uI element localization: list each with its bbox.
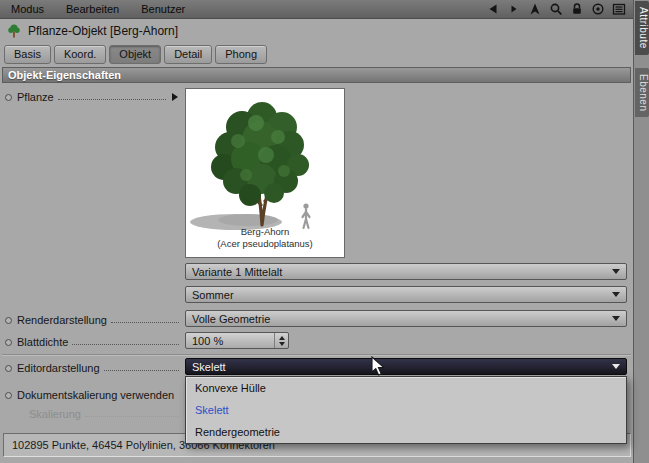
blattdichte-value: 100 % xyxy=(192,335,223,347)
menu-item-skelett[interactable]: Skelett xyxy=(186,399,626,421)
menu-benutzer[interactable]: Benutzer xyxy=(130,3,196,15)
dotted-leader xyxy=(85,416,178,417)
stepper-arrows-icon[interactable] xyxy=(274,333,288,348)
tab-objekt[interactable]: Objekt xyxy=(109,45,161,64)
editordarstellung-row: Editordarstellung xyxy=(5,362,182,374)
renderdarstellung-dropdown[interactable]: Volle Geometrie xyxy=(185,310,627,327)
dokumentskalierung-label: Dokumentskalierung verwenden xyxy=(17,389,174,401)
plant-preview-thumbnail[interactable]: Berg-Ahorn (Acer pseudoplatanus) xyxy=(185,88,345,258)
section-header[interactable]: Objekt-Eigenschaften xyxy=(2,67,631,83)
menu-modus[interactable]: Modus xyxy=(0,3,55,15)
expand-arrow-icon[interactable] xyxy=(172,93,178,101)
menu-bearbeiten[interactable]: Bearbeiten xyxy=(55,3,130,15)
editordarstellung-value: Skelett xyxy=(192,361,226,373)
tab-detail[interactable]: Detail xyxy=(164,45,212,64)
keyframe-dot[interactable] xyxy=(5,94,12,101)
skalierung-row-disabled: Skalierung xyxy=(29,408,181,420)
dotted-leader xyxy=(58,99,166,100)
jahreszeit-value: Sommer xyxy=(192,289,234,301)
pflanze-label: Pflanze xyxy=(17,91,54,103)
side-tab-attribute[interactable]: Attribute xyxy=(635,1,649,55)
chevron-down-icon xyxy=(612,269,620,274)
renderdarstellung-value: Volle Geometrie xyxy=(192,313,270,325)
lock-icon[interactable] xyxy=(570,2,584,16)
variante-value: Variante 1 Mittelalt xyxy=(192,266,282,278)
attribute-manager-window: Modus Bearbeiten Benutzer Attribute Eben… xyxy=(0,0,649,463)
menubar: Modus Bearbeiten Benutzer xyxy=(0,0,633,19)
forward-icon[interactable] xyxy=(507,2,521,16)
foliage xyxy=(211,102,309,206)
tab-bar: Basis Koord. Objekt Detail Phong xyxy=(4,45,267,64)
plant-tree-icon xyxy=(6,23,22,39)
editordarstellung-dropdown-open[interactable]: Skelett xyxy=(185,358,627,375)
chevron-down-icon xyxy=(612,364,620,369)
renderdarstellung-label: Renderdarstellung xyxy=(17,314,107,326)
menu-item-konvexe-huelle[interactable]: Konvexe Hülle xyxy=(186,377,626,399)
dotted-leader xyxy=(104,370,179,371)
chevron-down-icon xyxy=(612,292,620,297)
renderdarstellung-row: Renderdarstellung xyxy=(5,314,182,326)
dotted-leader xyxy=(72,344,179,345)
blattdichte-row: Blattdichte xyxy=(5,336,182,348)
tab-koord[interactable]: Koord. xyxy=(54,45,106,64)
jahreszeit-dropdown[interactable]: Sommer xyxy=(185,286,627,303)
focus-icon[interactable] xyxy=(591,2,605,16)
dokumentskalierung-row: Dokumentskalierung verwenden xyxy=(5,389,174,401)
keyframe-dot[interactable] xyxy=(5,392,12,399)
keyframe-dot[interactable] xyxy=(5,317,12,324)
page-title: Pflanze-Objekt [Berg-Ahorn] xyxy=(28,24,178,38)
variante-dropdown[interactable]: Variante 1 Mittelalt xyxy=(185,263,627,280)
tab-basis[interactable]: Basis xyxy=(4,45,51,64)
back-icon[interactable] xyxy=(486,2,500,16)
menubar-icons xyxy=(486,2,633,16)
skalierung-label: Skalierung xyxy=(29,408,81,420)
pointer-icon[interactable] xyxy=(528,2,542,16)
editordarstellung-label: Editordarstellung xyxy=(17,362,100,374)
keyframe-dot[interactable] xyxy=(5,339,12,346)
keyframe-dot[interactable] xyxy=(5,365,12,372)
blattdichte-label: Blattdichte xyxy=(17,336,68,348)
preview-latin-name: (Acer pseudoplatanus) xyxy=(217,238,313,249)
tree-preview-image: Berg-Ahorn (Acer pseudoplatanus) xyxy=(186,89,344,257)
menu-item-rendergeometrie[interactable]: Rendergeometrie xyxy=(186,421,626,443)
preview-name: Berg-Ahorn xyxy=(241,226,290,237)
dotted-leader xyxy=(111,322,179,323)
blattdichte-spinner[interactable]: 100 % xyxy=(185,332,289,349)
group-separator xyxy=(2,354,631,356)
side-panel-strip: Attribute Ebenen xyxy=(633,0,649,463)
tab-phong[interactable]: Phong xyxy=(215,45,267,64)
chevron-down-icon xyxy=(612,316,620,321)
side-tab-ebenen[interactable]: Ebenen xyxy=(635,68,649,117)
pflanze-row: Pflanze xyxy=(5,91,169,103)
search-icon[interactable] xyxy=(549,2,563,16)
object-title-row: Pflanze-Objekt [Berg-Ahorn] xyxy=(6,23,178,39)
scale-figure-icon xyxy=(303,203,310,228)
panel-menu-icon[interactable] xyxy=(612,2,626,16)
editordarstellung-popup-menu: Konvexe Hülle Skelett Rendergeometrie xyxy=(185,376,627,444)
